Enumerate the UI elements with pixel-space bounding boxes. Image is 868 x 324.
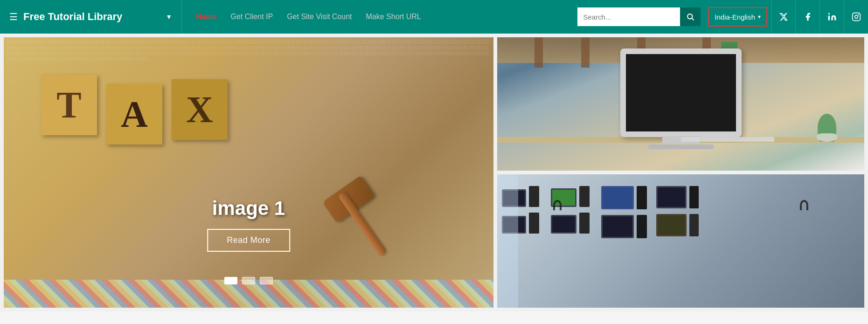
hamburger-menu-icon[interactable]: ☰: [9, 11, 18, 22]
svg-rect-3: [852, 13, 860, 21]
social-icons-area: [771, 0, 868, 34]
slide-title: image 1: [207, 197, 290, 220]
slide-1: 0101010010101010100010101010101001010101…: [4, 37, 493, 308]
brand-area: ☰ Free Tutorial Library ▼: [0, 0, 182, 34]
side-image-1: [497, 37, 864, 171]
svg-point-4: [854, 15, 858, 19]
language-chevron-icon: ▾: [758, 14, 761, 20]
search-area: [577, 7, 701, 26]
slide-text-overlay: image 1 Read More: [207, 197, 290, 252]
main-content: 0101010010101010100010101010101001010101…: [0, 34, 868, 311]
twitter-icon[interactable]: [771, 0, 795, 34]
svg-point-5: [858, 14, 859, 15]
nav-link-site-visit[interactable]: Get Site Visit Count: [287, 13, 352, 21]
hero-slider: 0101010010101010100010101010101001010101…: [4, 37, 493, 308]
slide-indicators: [224, 277, 273, 284]
tax-letter-t: T: [41, 75, 97, 135]
brand-title: Free Tutorial Library: [23, 11, 162, 23]
search-input[interactable]: [577, 7, 680, 26]
slide-indicator-2[interactable]: [242, 277, 255, 284]
slide-indicator-1[interactable]: [224, 277, 237, 284]
search-icon: [686, 13, 694, 21]
header: ☰ Free Tutorial Library ▼ Home Get Clien…: [0, 0, 868, 34]
slide-indicator-3[interactable]: [260, 277, 273, 284]
search-button[interactable]: [680, 7, 701, 26]
side-images-panel: [493, 37, 864, 308]
svg-point-2: [828, 13, 829, 14]
tax-letter-a: A: [106, 84, 162, 145]
linkedin-icon[interactable]: [819, 0, 844, 34]
brand-dropdown-icon[interactable]: ▼: [166, 13, 172, 21]
nav-link-home[interactable]: Home: [196, 13, 216, 21]
gavel-image: [316, 168, 400, 270]
side-image-2: [497, 174, 864, 308]
main-nav: Home Get Client IP Get Site Visit Count …: [182, 13, 577, 21]
nav-link-client-ip[interactable]: Get Client IP: [230, 13, 273, 21]
facebook-icon[interactable]: [795, 0, 819, 34]
instagram-icon[interactable]: [844, 0, 868, 34]
language-label: India-English: [715, 13, 755, 21]
tax-letters: T A X: [41, 75, 228, 145]
svg-line-1: [692, 18, 694, 20]
nav-link-short-url[interactable]: Make Short URL: [366, 13, 421, 21]
language-selector[interactable]: India-English ▾: [708, 7, 767, 27]
svg-point-0: [687, 14, 693, 19]
read-more-button[interactable]: Read More: [207, 229, 290, 252]
tax-letter-x: X: [172, 79, 228, 140]
